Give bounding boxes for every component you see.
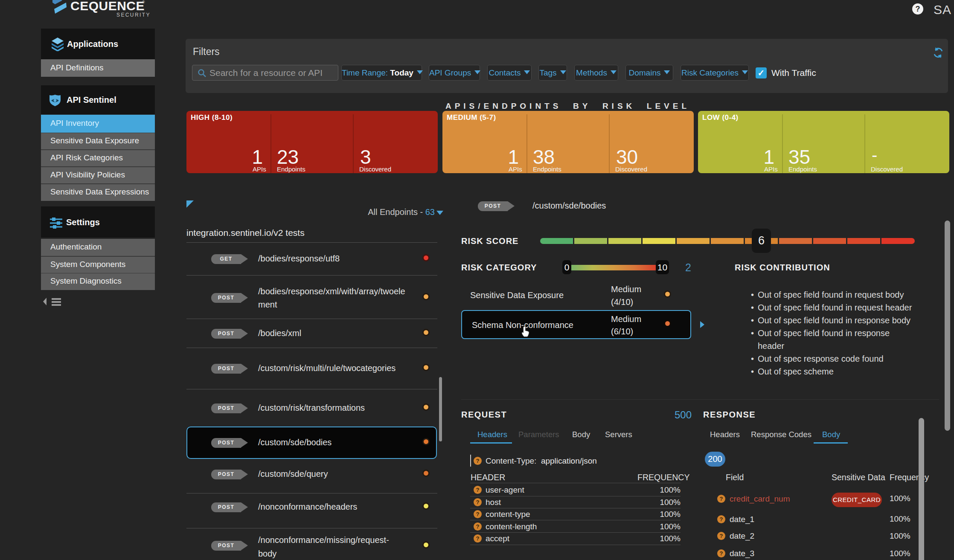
svg-text:®: ®: [142, 0, 145, 4]
svg-text:SECURITY: SECURITY: [116, 12, 151, 18]
svg-text:CEQUENCE: CEQUENCE: [70, 0, 145, 13]
